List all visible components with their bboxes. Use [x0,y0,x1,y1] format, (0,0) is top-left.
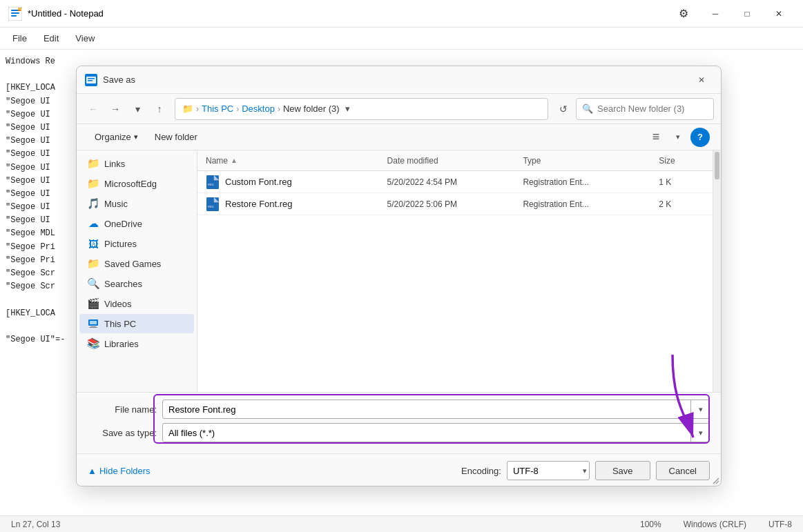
svg-line-22 [713,478,719,484]
organize-button[interactable]: Organize ▾ [88,129,145,145]
dialog-titlebar: Save as ✕ [77,66,721,94]
dialog-icon [85,74,97,86]
nav-dropdown-button[interactable]: ▾ [128,99,147,119]
sidebar-label-music: Music [104,199,128,209]
dialog-filelist: Name ▲ Date modified Type Size REG [197,150,713,392]
file-row-custom-font[interactable]: REG Custom Font.reg 5/20/2022 4:54 PM Re… [197,171,713,193]
nav-forward-button[interactable]: → [106,99,125,119]
sidebar-item-microsoftedge[interactable]: 📁 MicrosoftEdg [79,174,194,193]
sidebar-item-music[interactable]: 🎵 Music [79,194,194,213]
maximize-button[interactable]: □ [731,0,763,28]
search-box[interactable]: 🔍 [576,98,714,120]
view-dropdown-button[interactable]: ▾ [668,128,688,147]
sidebar-label-thispc: This PC [104,319,136,329]
pictures-folder-icon: 🖼 [88,238,99,249]
file-type-cell: Registration Ent... [523,177,659,187]
sidebar-item-libraries[interactable]: 📚 Libraries [79,334,194,353]
save-button[interactable]: Save [595,461,650,480]
breadcrumb-dropdown-arrow[interactable]: ▾ [345,104,350,114]
settings-button[interactable]: ⚙ [668,0,699,28]
hide-folders-arrow: ▲ [88,466,97,476]
notepad-statusbar: Ln 27, Col 13 100% Windows (CRLF) UTF-8 [0,515,803,532]
sidebar-item-searches[interactable]: 🔍 Searches [79,274,194,293]
breadcrumb-bar[interactable]: 📁 › This PC › Desktop › New folder (3) ▾ [175,98,548,120]
sidebar-label-pictures: Pictures [104,239,137,249]
cancel-button[interactable]: Cancel [656,461,710,480]
sidebar-item-onedrive[interactable]: ☁ OneDrive [79,214,194,233]
notepad-app-icon: ✏ [8,7,22,21]
filetype-dropdown-arrow: ▾ [690,423,710,442]
sidebar-item-videos[interactable]: 🎬 Videos [79,294,194,313]
nav-back-button[interactable]: ← [84,99,103,119]
dialog-main: 📁 Links 📁 MicrosoftEdg 🎵 Music ☁ OneDriv… [77,150,721,392]
libraries-icon: 📚 [88,338,99,349]
filename-row: File name: ▾ [88,400,710,419]
filename-input[interactable] [162,400,710,419]
file-name-cell: REG Restore Font.reg [206,197,387,211]
column-header-date[interactable]: Date modified [387,156,523,166]
file-type-cell: Registration Ent... [523,199,659,209]
folder-icon: 📁 [88,178,99,189]
resize-handle[interactable] [711,476,719,484]
svg-rect-11 [90,321,97,324]
status-position: Ln 27, Col 13 [11,520,60,529]
status-line-ending: Windows (CRLF) [684,520,746,529]
search-input[interactable] [597,104,713,114]
hide-folders-button[interactable]: ▲ Hide Folders [88,466,151,476]
file-name-cell: REG Custom Font.reg [206,175,387,189]
dialog-toolbar: Organize ▾ New folder ≡ ▾ ? [77,124,721,150]
sidebar-label-microsoftedge: MicrosoftEdg [104,179,157,189]
breadcrumb-sep2: › [236,104,239,114]
notepad-title: *Untitled - Notepad [28,8,104,19]
breadcrumb-sep1: › [196,104,199,114]
view-toggle-button[interactable]: ≡ [646,128,666,147]
help-button[interactable]: ? [690,128,710,147]
column-header-name[interactable]: Name ▲ [206,156,387,166]
svg-rect-13 [89,327,97,328]
encoding-label: Encoding: [461,466,501,476]
filename-input-wrapper: ▾ [162,400,710,419]
save-as-dialog: Save as ✕ ← → ▾ ↑ 📁 › This PC › Desktop … [76,66,722,486]
status-zoom: 100% [640,520,661,529]
new-folder-button[interactable]: New folder [148,129,204,145]
svg-rect-18 [206,197,219,211]
filelist-scrollbar[interactable] [713,150,721,392]
nav-up-button[interactable]: ↑ [150,99,169,119]
breadcrumb-icon: 📁 [182,104,193,114]
sidebar-label-onedrive: OneDrive [104,219,142,229]
notepad-title-area: ✏ *Untitled - Notepad [8,7,104,21]
sidebar-item-thispc[interactable]: This PC [79,314,194,333]
menu-file[interactable]: File [6,30,34,46]
filename-label: File name: [88,404,157,415]
sidebar-item-savedgames[interactable]: 📁 Saved Games [79,254,194,273]
dialog-navbar: ← → ▾ ↑ 📁 › This PC › Desktop › New fold… [77,94,721,124]
breadcrumb-sep3: › [278,104,280,114]
svg-rect-2 [11,12,19,14]
minimize-button[interactable]: ─ [699,0,731,28]
svg-rect-9 [88,80,93,81]
breadcrumb-desktop[interactable]: Desktop [242,104,275,114]
file-date-cell: 5/20/2022 5:06 PM [387,199,523,209]
sidebar-item-pictures[interactable]: 🖼 Pictures [79,234,194,253]
dialog-footer: ▲ Hide Folders Encoding: UTF-8 ANSI UTF-… [77,453,721,486]
file-row-restore-font[interactable]: REG Restore Font.reg 5/20/2022 5:06 PM R… [197,193,713,215]
sidebar-item-links[interactable]: 📁 Links [79,154,194,173]
dialog-title-text: Save as [103,75,135,85]
menu-edit[interactable]: Edit [37,30,66,46]
filetype-input[interactable] [162,423,710,442]
nav-refresh-button[interactable]: ↺ [554,99,573,119]
column-header-size[interactable]: Size [659,156,704,166]
dialog-title-left: Save as [85,74,135,86]
onedrive-icon: ☁ [88,218,99,229]
encoding-select-wrapper: UTF-8 ANSI UTF-16 LE UTF-16 BE ▾ [507,461,590,480]
computer-icon [88,318,99,329]
encoding-select[interactable]: UTF-8 ANSI UTF-16 LE UTF-16 BE [507,461,590,480]
menu-view[interactable]: View [68,30,101,46]
file-date-cell: 5/20/2022 4:54 PM [387,177,523,187]
column-header-type[interactable]: Type [523,156,659,166]
dialog-close-button[interactable]: ✕ [690,69,713,91]
close-button[interactable]: ✕ [763,0,795,28]
sidebar-label-savedgames: Saved Games [104,259,161,269]
breadcrumb-this-pc[interactable]: This PC [202,104,233,114]
folder-icon: 📁 [88,258,99,269]
